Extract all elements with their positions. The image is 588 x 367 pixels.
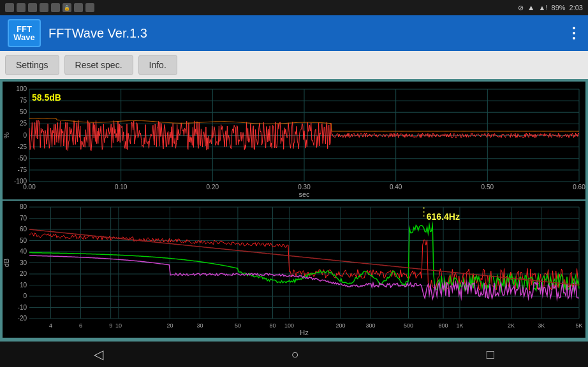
app-icon-5 — [51, 3, 60, 12]
battery-level: 89% — [552, 4, 566, 11]
back-button[interactable]: ◁ — [68, 344, 129, 364]
recent-button[interactable]: □ — [461, 345, 520, 364]
status-bar: 🔒 ⊘ ▲ ▲! 89% 2:03 — [0, 0, 588, 15]
app-icon-6: 🔒 — [62, 3, 71, 12]
app-bar: FFT Wave FFTWave Ver.1.3 — [0, 15, 588, 51]
overflow-menu-button[interactable] — [568, 22, 580, 45]
wifi-icon: ▲ — [527, 3, 535, 12]
wave-chart — [3, 82, 585, 199]
time-display: 2:03 — [570, 4, 583, 11]
status-icons-left: 🔒 — [5, 3, 94, 12]
info-button[interactable]: Info. — [138, 55, 177, 75]
app-icon-3 — [28, 3, 37, 12]
dot2 — [573, 32, 575, 34]
reset-spec-button[interactable]: Reset spec. — [64, 55, 133, 75]
app-icon-4 — [40, 3, 48, 12]
fft-canvas — [3, 201, 585, 338]
fft-chart — [3, 201, 585, 338]
app-icon-7 — [74, 3, 83, 12]
app-icon-1 — [5, 3, 14, 12]
settings-button[interactable]: Settings — [5, 55, 59, 75]
app-icon-fftwave: FFT Wave — [8, 19, 41, 47]
app-icon-8 — [85, 3, 94, 12]
toolbar: Settings Reset spec. Info. — [0, 51, 588, 79]
wave-canvas — [3, 82, 585, 199]
home-button[interactable]: ○ — [265, 345, 324, 364]
dot1 — [573, 27, 575, 29]
no-sim-icon: ⊘ — [518, 4, 524, 12]
app-title: FFTWave Ver.1.3 — [48, 26, 568, 41]
app-icon-2 — [17, 3, 26, 12]
wave-text: Wave — [13, 33, 34, 41]
signal-icon: ▲! — [539, 4, 548, 11]
charts-area — [0, 79, 588, 342]
status-icons-right: ⊘ ▲ ▲! 89% 2:03 — [518, 3, 583, 12]
nav-bar: ◁ ○ □ — [0, 342, 588, 367]
dot3 — [573, 37, 575, 40]
